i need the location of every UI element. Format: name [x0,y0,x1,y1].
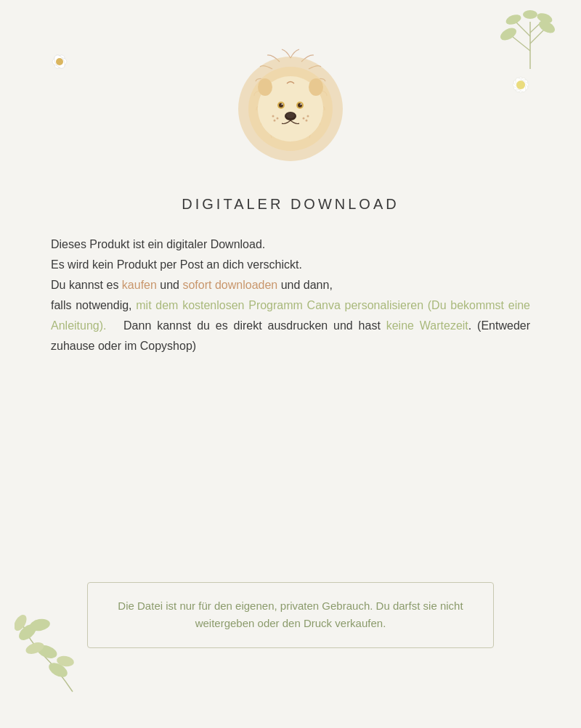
desc-dann2: Dann kannst du es direkt ausdrucken und … [107,319,386,332]
desc-line2: Es wird kein Produkt per Post an dich ve… [51,258,302,271]
desc-wartezeit: keine Wartezeit [386,319,468,332]
svg-point-43 [274,120,276,122]
svg-point-21 [516,81,525,89]
svg-point-44 [272,115,275,118]
svg-point-32 [258,78,272,96]
desc-kaufen: kaufen [122,279,157,291]
desc-falls: falls notwendig, [51,299,136,311]
svg-point-10 [498,25,519,43]
page: DIGITALER DOWNLOAD Dieses Produkt ist ei… [0,0,581,728]
svg-point-4 [56,58,63,65]
leaf-topright-deco [494,7,566,73]
svg-point-33 [309,78,323,96]
desc-line3-pre: Du kannst es [51,279,122,291]
svg-point-12 [505,13,523,27]
branch-bottomleft-deco [15,612,94,699]
lion-illustration [225,44,356,174]
main-content: DIGITALER DOWNLOAD Dieses Produkt ist ei… [51,196,530,356]
svg-point-39 [301,104,302,105]
disclaimer-text: Die Datei ist nur für den eigenen, priva… [110,597,471,634]
svg-point-41 [286,113,295,118]
desc-und: und [157,279,183,291]
svg-point-38 [282,104,283,105]
svg-point-14 [523,10,537,19]
svg-point-47 [307,115,309,118]
svg-line-6 [512,36,530,51]
svg-point-45 [303,118,305,120]
svg-point-46 [306,120,308,122]
flower-topright-deco [501,65,541,105]
desc-line1: Dieses Produkt ist ein digitaler Downloa… [51,238,265,250]
flower-topleft-deco [40,44,80,80]
description-text: Dieses Produkt ist ein digitaler Downloa… [51,234,530,356]
svg-point-42 [277,118,279,120]
disclaimer-box: Die Datei ist nur für den eigenen, priva… [87,582,494,649]
svg-line-7 [530,29,545,44]
desc-dann: und dann, [277,279,333,291]
svg-line-8 [516,22,530,36]
page-title: DIGITALER DOWNLOAD [51,196,530,213]
desc-downloaden: sofort downloaden [182,279,277,291]
